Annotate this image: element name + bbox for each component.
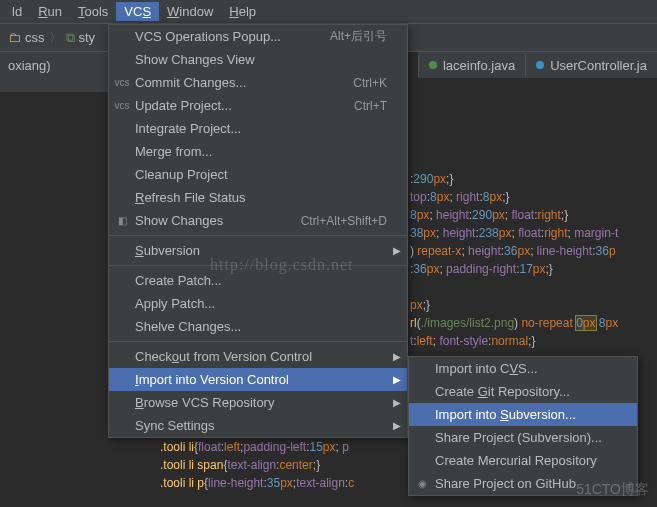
tab-label: UserController.ja — [550, 58, 647, 73]
menu-create-hg-repo[interactable]: Create Mercurial Repository — [409, 449, 637, 472]
java-icon — [536, 61, 544, 69]
menu-checkout-from-vc[interactable]: Checkout from Version Control▶ — [109, 345, 407, 368]
menu-show-changes[interactable]: ◧Show ChangesCtrl+Alt+Shift+D — [109, 209, 407, 232]
menu-show-changes-view[interactable]: Show Changes View — [109, 48, 407, 71]
diff-icon: ◧ — [113, 215, 131, 226]
import-into-vc-submenu: Import into CVS... Create Git Repository… — [408, 356, 638, 496]
menu-create-patch[interactable]: Create Patch... — [109, 269, 407, 292]
vcs-menu: VCS Operations Popup...Alt+后引号 Show Chan… — [108, 24, 408, 438]
chevron-right-icon: ▶ — [393, 397, 401, 408]
menu-import-subversion[interactable]: Import into Subversion... — [409, 403, 637, 426]
chevron-right-icon: ▶ — [393, 420, 401, 431]
menu-merge-from[interactable]: Merge from... — [109, 140, 407, 163]
menu-cleanup-project[interactable]: Cleanup Project — [109, 163, 407, 186]
menu-separator — [109, 341, 407, 342]
menu-tools[interactable]: Tools — [70, 2, 116, 21]
menu-sync-settings[interactable]: Sync Settings▶ — [109, 414, 407, 437]
folder-icon: 🗀 — [8, 30, 21, 45]
chevron-right-icon: ▶ — [393, 351, 401, 362]
menubar: ld Run Tools VCS Window Help — [0, 0, 657, 24]
project-sidebar: oxiang) — [0, 52, 110, 92]
tab-label: laceinfo.java — [443, 58, 515, 73]
menu-import-into-vc[interactable]: Import into Version Control▶ — [109, 368, 407, 391]
menu-import-cvs[interactable]: Import into CVS... — [409, 357, 637, 380]
breadcrumb[interactable]: 🗀 css — [8, 30, 45, 45]
menu-shelve-changes[interactable]: Shelve Changes... — [109, 315, 407, 338]
menu-vcs[interactable]: VCS — [116, 2, 159, 21]
menu-build[interactable]: ld — [4, 2, 30, 21]
menu-update-project[interactable]: vcsUpdate Project...Ctrl+T — [109, 94, 407, 117]
menu-subversion[interactable]: Subversion▶ — [109, 239, 407, 262]
menu-share-github[interactable]: ◉Share Project on GitHub — [409, 472, 637, 495]
chevron-right-icon: ▶ — [393, 374, 401, 385]
menu-separator — [109, 265, 407, 266]
menu-refresh-file-status[interactable]: Refresh File Status — [109, 186, 407, 209]
menu-help[interactable]: Help — [221, 2, 264, 21]
vcs-icon: vcs — [113, 77, 131, 88]
css-file-icon: ⧉ — [66, 30, 75, 46]
tab-usercontroller[interactable]: UserController.ja — [525, 54, 657, 77]
menu-run[interactable]: Run — [30, 2, 70, 21]
breadcrumb-file[interactable]: ⧉ sty — [66, 30, 96, 46]
menu-create-git-repo[interactable]: Create Git Repository... — [409, 380, 637, 403]
crumb-sty: sty — [79, 30, 96, 45]
menu-commit-changes[interactable]: vcsCommit Changes...Ctrl+K — [109, 71, 407, 94]
menu-vcs-operations-popup[interactable]: VCS Operations Popup...Alt+后引号 — [109, 25, 407, 48]
menu-integrate-project[interactable]: Integrate Project... — [109, 117, 407, 140]
vcs-icon: vcs — [113, 100, 131, 111]
sidebar-label: oxiang) — [8, 58, 51, 73]
tab-laceinfo[interactable]: laceinfo.java — [418, 54, 525, 77]
menu-apply-patch[interactable]: Apply Patch... — [109, 292, 407, 315]
menu-separator — [109, 235, 407, 236]
crumb-css: css — [25, 30, 45, 45]
java-icon — [429, 61, 437, 69]
github-icon: ◉ — [413, 478, 431, 489]
menu-browse-vcs-repo[interactable]: Browse VCS Repository▶ — [109, 391, 407, 414]
editor-tabs: laceinfo.java UserController.ja — [418, 52, 657, 78]
chevron-right-icon: ▶ — [393, 245, 401, 256]
editor-area[interactable]: :290px;} top:8px; right:8px;} 8px; heigh… — [410, 170, 618, 350]
menu-share-project-svn[interactable]: Share Project (Subversion)... — [409, 426, 637, 449]
menu-window[interactable]: Window — [159, 2, 221, 21]
